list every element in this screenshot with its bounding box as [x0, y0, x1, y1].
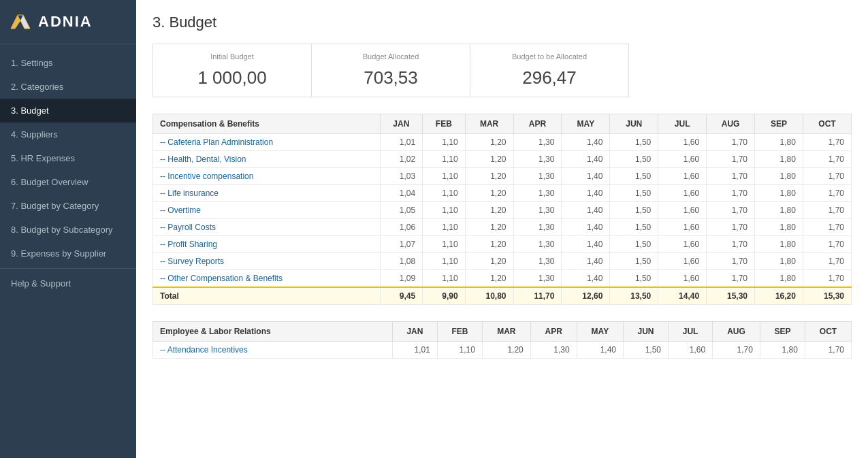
sidebar-item-categories[interactable]: 2. Categories: [0, 75, 136, 99]
cell-value: 1,50: [610, 168, 658, 185]
row-label: -- Profit Sharing: [153, 236, 381, 253]
cell-value: 1,20: [465, 185, 513, 202]
col-header-jan: JAN: [392, 322, 437, 342]
page-title: 3. Budget: [152, 14, 852, 31]
cell-value: 1,50: [610, 270, 658, 288]
cell-value: 1,30: [513, 253, 562, 270]
adnia-logo-icon: [8, 10, 33, 34]
cell-value: 1,40: [577, 342, 623, 359]
budget-card-label-1: Budget Allocated: [325, 52, 456, 61]
cell-value: 1,10: [423, 202, 466, 219]
table-row: -- Incentive compensation1,031,101,201,3…: [153, 168, 852, 185]
svg-rect-0: [8, 10, 33, 34]
sidebar-item-budget-overview[interactable]: 6. Budget Overview: [0, 170, 136, 194]
budget-card-value-2: 296,47: [484, 67, 615, 88]
sidebar-item-budget-category[interactable]: 7. Budget by Category: [0, 194, 136, 218]
sidebar-navigation: 1. Settings2. Categories3. Budget4. Supp…: [0, 44, 136, 458]
col-header-jun: JUN: [610, 114, 658, 134]
total-cell-value: 9,90: [423, 287, 466, 305]
col-header-may: MAY: [577, 322, 623, 342]
budget-card-label-0: Initial Budget: [167, 52, 298, 61]
cell-value: 1,20: [465, 202, 513, 219]
cell-value: 1,30: [513, 151, 562, 168]
row-label: -- Cafeteria Plan Administration: [153, 134, 381, 151]
sidebar-item-expenses-supplier[interactable]: 9. Expenses by Supplier: [0, 242, 136, 265]
cell-value: 1,80: [755, 236, 803, 253]
row-label: -- Other Compensation & Benefits: [153, 270, 381, 288]
cell-value: 1,20: [465, 253, 513, 270]
cell-value: 1,80: [755, 185, 803, 202]
cell-value: 1,70: [707, 219, 755, 236]
cell-value: 1,10: [423, 253, 466, 270]
col-header-mar: MAR: [482, 322, 530, 342]
cell-value: 1,60: [658, 270, 707, 288]
col-header-oct: OCT: [803, 114, 851, 134]
sidebar-item-settings[interactable]: 1. Settings: [0, 51, 136, 75]
table-row: -- Other Compensation & Benefits1,091,10…: [153, 270, 852, 288]
cell-value: 1,01: [380, 134, 423, 151]
cell-value: 1,07: [380, 236, 423, 253]
row-label: -- Incentive compensation: [153, 168, 381, 185]
table-total-row: Total9,459,9010,8011,7012,6013,5014,4015…: [153, 287, 852, 305]
sidebar-item-budget[interactable]: 3. Budget: [0, 99, 136, 122]
cell-value: 1,20: [465, 134, 513, 151]
app-name: ADNIA: [38, 13, 93, 31]
total-cell-value: 11,70: [513, 287, 562, 305]
cell-value: 1,70: [805, 342, 851, 359]
table-row: -- Attendance Incentives1,011,101,201,30…: [153, 342, 852, 359]
cell-value: 1,40: [562, 236, 610, 253]
table-category-header: Compensation & Benefits: [153, 114, 381, 134]
cell-value: 1,40: [562, 202, 610, 219]
table-row: -- Overtime1,051,101,201,301,401,501,601…: [153, 202, 852, 219]
sidebar-item-help[interactable]: Help & Support: [0, 272, 136, 295]
total-label: Total: [153, 287, 381, 305]
cell-value: 1,10: [423, 168, 466, 185]
col-header-apr: APR: [530, 322, 577, 342]
cell-value: 1,10: [423, 185, 466, 202]
cell-value: 1,09: [380, 270, 423, 288]
cell-value: 1,30: [513, 236, 562, 253]
cell-value: 1,01: [392, 342, 437, 359]
cell-value: 1,08: [380, 253, 423, 270]
budget-card-value-0: 1 000,00: [167, 67, 298, 88]
sidebar-item-budget-subcategory[interactable]: 8. Budget by Subcategory: [0, 218, 136, 242]
table-row: -- Cafeteria Plan Administration1,011,10…: [153, 134, 852, 151]
table-row: -- Payroll Costs1,061,101,201,301,401,50…: [153, 219, 852, 236]
cell-value: 1,40: [562, 134, 610, 151]
cell-value: 1,50: [610, 253, 658, 270]
employee-labor-table: Employee & Labor RelationsJANFEBMARAPRMA…: [152, 321, 852, 359]
sidebar-item-suppliers[interactable]: 4. Suppliers: [0, 122, 136, 146]
sidebar-logo: ADNIA: [0, 0, 136, 44]
cell-value: 1,70: [803, 134, 851, 151]
table-employee-labor: Employee & Labor RelationsJANFEBMARAPRMA…: [152, 321, 852, 359]
cell-value: 1,06: [380, 219, 423, 236]
cell-value: 1,70: [707, 202, 755, 219]
row-label: -- Overtime: [153, 202, 381, 219]
cell-value: 1,70: [803, 253, 851, 270]
svg-marker-2: [20, 15, 30, 29]
row-label: -- Life insurance: [153, 185, 381, 202]
col-header-jan: JAN: [380, 114, 423, 134]
row-label: -- Survey Reports: [153, 253, 381, 270]
budget-card-2: Budget to be Allocated 296,47: [470, 44, 628, 97]
cell-value: 1,30: [513, 134, 562, 151]
col-header-feb: FEB: [437, 322, 482, 342]
sidebar-item-hr-expenses[interactable]: 5. HR Expenses: [0, 146, 136, 170]
table-row: -- Survey Reports1,081,101,201,301,401,5…: [153, 253, 852, 270]
cell-value: 1,80: [755, 168, 803, 185]
cell-value: 1,30: [513, 202, 562, 219]
cell-value: 1,50: [610, 236, 658, 253]
budget-card-1: Budget Allocated 703,53: [312, 44, 470, 97]
col-header-sep: SEP: [760, 322, 805, 342]
cell-value: 1,50: [624, 342, 669, 359]
col-header-apr: APR: [513, 114, 562, 134]
cell-value: 1,50: [610, 151, 658, 168]
cell-value: 1,30: [530, 342, 577, 359]
total-cell-value: 9,45: [380, 287, 423, 305]
row-label: -- Attendance Incentives: [153, 342, 393, 359]
cell-value: 1,30: [513, 270, 562, 288]
cell-value: 1,70: [707, 270, 755, 288]
cell-value: 1,10: [423, 151, 466, 168]
budget-summary: Initial Budget 1 000,00Budget Allocated …: [152, 44, 629, 97]
total-cell-value: 16,20: [755, 287, 803, 305]
